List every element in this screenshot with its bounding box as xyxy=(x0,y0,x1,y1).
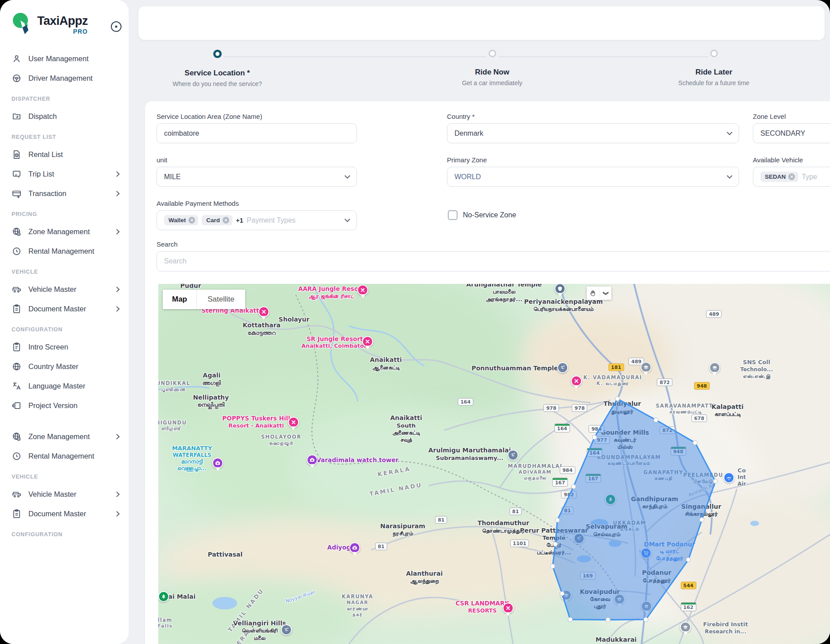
school-icon xyxy=(641,601,652,612)
search-input[interactable] xyxy=(164,257,827,265)
sidebar-item-label: Driver Management xyxy=(28,74,93,82)
zone-name-input[interactable] xyxy=(157,123,357,143)
sidebar-item-label: Rental Management xyxy=(28,247,94,255)
country-select[interactable]: Denmark xyxy=(447,123,739,143)
vehicle-chip-label: SEDAN xyxy=(765,173,786,180)
primary-zone-select[interactable]: WORLD xyxy=(447,167,739,187)
sidebar-item-rental-management[interactable]: Rental Management xyxy=(0,241,129,261)
sidebar-section-header: CONFIGURATION xyxy=(0,523,129,542)
chip-remove-icon[interactable]: × xyxy=(223,217,229,224)
map-label: Firebird InstitResearch in... xyxy=(703,621,748,635)
sidebar-item-country-master[interactable]: Country Master xyxy=(0,357,129,376)
satellite-button[interactable]: Satellite xyxy=(196,290,245,309)
unit-value: MILE xyxy=(164,173,180,181)
main-area: Service Location *Where do you need the … xyxy=(129,0,830,644)
sidebar-item-document-master[interactable]: Document Master xyxy=(0,299,129,318)
route-badge: 982 xyxy=(561,491,576,499)
step-ride-now[interactable]: Ride NowGet a car immediately xyxy=(399,50,585,86)
map-button[interactable]: Map xyxy=(163,290,196,309)
sidebar-item-label: Intro Screen xyxy=(28,343,68,351)
version-icon xyxy=(12,401,22,411)
map-canvas[interactable]: PudurSterling AnaikattiAARA Jungle Resor… xyxy=(158,284,830,644)
clock-icon xyxy=(12,246,22,256)
map-label: AARA Jungle Resortஆர ஜங்கின் ரிசாட் xyxy=(298,285,364,300)
sidebar-item-project-version[interactable]: Project Version xyxy=(0,396,129,415)
pink-pin-icon xyxy=(357,284,368,295)
zone-level-value: SECONDARY xyxy=(760,130,805,137)
search-field[interactable] xyxy=(157,251,830,271)
rental-list-icon xyxy=(12,149,22,160)
trip-list-icon xyxy=(12,169,22,179)
map-label: MARANATTYWATERFALLSമാറനാട്ടിവെള്ളച്ചാ... xyxy=(172,445,212,472)
document-icon xyxy=(12,304,22,314)
sidebar-item-language-master[interactable]: Language Master xyxy=(0,376,129,396)
map-label: Adiyogi xyxy=(327,544,352,551)
payment-methods-label: Available Payment Methods xyxy=(157,200,239,207)
shield-icon xyxy=(555,284,566,294)
available-vehicle-input[interactable]: SEDAN × Type xyxy=(753,167,830,187)
map-label: Thudiyalurதுடியலூர் xyxy=(603,400,641,415)
zone-globe-icon xyxy=(12,432,22,442)
step-service-location-[interactable]: Service Location *Where do you need the … xyxy=(124,50,310,87)
steering-wheel-icon xyxy=(12,73,22,83)
sidebar-item-label: Vehicle Master xyxy=(28,490,76,499)
sidebar-item-rental-list[interactable]: Rental List xyxy=(0,145,129,164)
payment-methods-input[interactable]: Wallet × Card × +1 Payment Types xyxy=(157,210,357,230)
sidebar-item-zone-management[interactable]: Zone Management xyxy=(0,427,129,446)
chip-remove-icon[interactable]: × xyxy=(788,173,795,180)
map-label: Kottatharaകോട്ടത്തറ xyxy=(243,322,281,337)
map-label: Madukkarai xyxy=(595,636,637,644)
sidebar-section-header: CONFIGURATION xyxy=(0,318,129,337)
country-value: Denmark xyxy=(454,130,483,137)
sidebar-item-dispatch[interactable]: Dispatch xyxy=(0,106,129,126)
sidebar: TaxiAppz PRO User ManagementDriver Manag… xyxy=(0,0,129,644)
step-subtitle: Where do you need the service? xyxy=(124,80,310,87)
purple-pin-icon xyxy=(307,455,318,466)
no-service-zone-label: No-Service Zone xyxy=(463,211,516,219)
sidebar-section-header: REQUEST LIST xyxy=(0,126,129,145)
sidebar-section-header: VEHICLE xyxy=(0,466,129,484)
route-badge: 489 xyxy=(706,310,722,318)
draw-polygon-icon[interactable] xyxy=(599,287,611,300)
sidebar-item-label: Document Master xyxy=(28,510,86,518)
unit-select[interactable]: MILE xyxy=(157,167,357,187)
tree-icon xyxy=(605,494,616,505)
available-vehicle-label: Available Vehicle xyxy=(753,156,803,164)
step-title: Ride Later xyxy=(621,68,807,77)
om-icon xyxy=(507,449,518,460)
sidebar-item-zone-management[interactable]: Zone Management xyxy=(0,222,129,241)
map-label: Pudur xyxy=(180,284,201,290)
route-badge: 81 xyxy=(509,508,521,515)
chevron-right-icon xyxy=(114,306,120,312)
checkbox-icon[interactable] xyxy=(448,210,458,220)
sidebar-collapse-icon[interactable] xyxy=(111,21,121,32)
plane-icon xyxy=(723,472,734,483)
sidebar-item-trip-list[interactable]: Trip List xyxy=(0,164,129,184)
sidebar-item-driver-management[interactable]: Driver Management xyxy=(0,68,129,88)
map-label: Pattivasal xyxy=(208,551,243,559)
chevron-right-icon xyxy=(114,434,120,440)
route-badge: 81 xyxy=(375,542,387,550)
route-badge: 167 xyxy=(585,474,601,483)
chevron-right-icon xyxy=(114,171,120,177)
booking-stepper: Service Location *Where do you need the … xyxy=(129,0,830,98)
sidebar-item-document-master[interactable]: Document Master xyxy=(0,504,129,523)
map-label: Singanallurசிங்காநல்லூர் xyxy=(681,503,721,518)
chip-remove-icon[interactable]: × xyxy=(188,217,195,224)
sidebar-item-vehicle-master[interactable]: Vehicle Master xyxy=(0,484,129,504)
sidebar-item-intro-screen[interactable]: Intro Screen xyxy=(0,337,129,357)
zone-name-value[interactable] xyxy=(164,130,349,137)
step-ride-later[interactable]: Ride LaterSchedule for a future time xyxy=(621,50,807,86)
sidebar-item-vehicle-master[interactable]: Vehicle Master xyxy=(0,279,129,299)
unit-label: unit xyxy=(157,156,167,164)
pan-hand-icon[interactable] xyxy=(587,287,599,300)
sidebar-item-transaction[interactable]: Transaction xyxy=(0,184,129,203)
sidebar-item-user-management[interactable]: User Management xyxy=(0,49,129,68)
purple-pin-icon xyxy=(212,458,223,469)
route-badge: 81 xyxy=(561,507,573,514)
zone-level-input[interactable]: SECONDARY xyxy=(753,123,830,143)
sidebar-section-header: DISPATCHER xyxy=(0,88,129,106)
sidebar-item-rental-management[interactable]: Rental Management xyxy=(0,446,129,466)
no-service-zone-checkbox[interactable]: No-Service Zone xyxy=(448,210,516,220)
route-badge: 181 xyxy=(608,364,624,371)
